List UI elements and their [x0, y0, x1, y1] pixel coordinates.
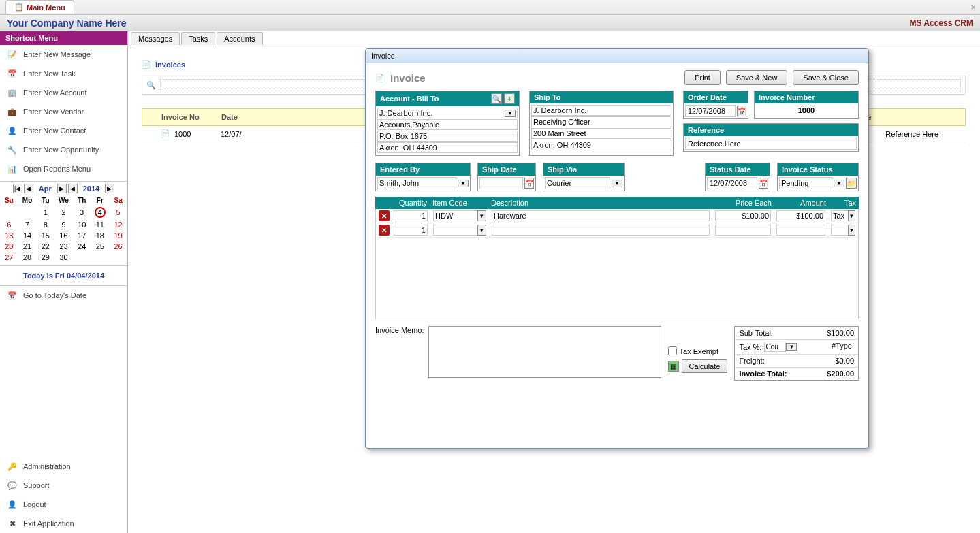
calendar-day[interactable]: 2 [54, 206, 73, 219]
ship-via-input[interactable] [545, 177, 610, 189]
calendar-day[interactable]: 5 [109, 206, 127, 219]
chevron-down-icon[interactable]: ▼ [612, 180, 622, 187]
calendar-picker-icon[interactable]: 📅 [524, 178, 534, 189]
chevron-down-icon[interactable]: ▼ [505, 110, 516, 117]
folder-icon[interactable]: 📁 [846, 178, 857, 189]
price-input[interactable] [715, 210, 771, 221]
go-today[interactable]: 📅 Go to Today's Date [0, 286, 127, 305]
calendar-day[interactable]: 12 [109, 219, 127, 230]
calendar-day[interactable]: 30 [54, 252, 73, 263]
chevron-down-icon[interactable]: ▼ [458, 180, 469, 187]
calendar-day[interactable]: 1 [36, 206, 54, 219]
calendar-day[interactable]: 23 [54, 241, 73, 252]
calendar-day[interactable] [0, 206, 18, 219]
sidebar-bottom-item[interactable]: 💬Support [0, 476, 127, 495]
calendar-day[interactable]: 24 [73, 241, 91, 252]
tax-pct-combo[interactable] [764, 342, 786, 352]
calendar-day[interactable]: 10 [73, 219, 91, 230]
sidebar-item[interactable]: 📝Enter New Message [0, 45, 127, 64]
print-button[interactable]: Print [684, 70, 721, 85]
ship-line2[interactable]: Receiving Officer [531, 116, 671, 127]
chevron-down-icon[interactable]: ▼ [786, 343, 797, 351]
main-menu-tab[interactable]: 📋 Main Menu [5, 0, 74, 14]
chevron-down-icon[interactable]: ▼ [848, 210, 855, 221]
calendar-day[interactable]: 22 [36, 241, 54, 252]
save-close-button[interactable]: Save & Close [793, 70, 859, 85]
calculator-icon[interactable]: ▦ [668, 361, 679, 372]
calendar-day[interactable]: 19 [109, 230, 127, 241]
modal-titlebar[interactable]: Invoice [366, 49, 868, 63]
qty-input[interactable] [394, 210, 428, 221]
tab[interactable]: Messages [131, 32, 180, 45]
save-new-button[interactable]: Save & New [726, 70, 788, 85]
calendar-day[interactable]: 20 [0, 241, 18, 252]
calendar-day[interactable]: 3 [73, 206, 91, 219]
sidebar-item[interactable]: 🔧Enter New Opportunity [0, 140, 127, 159]
calendar-day[interactable]: 15 [36, 230, 54, 241]
chevron-down-icon[interactable]: ▼ [848, 225, 855, 236]
calendar-picker-icon[interactable]: 📅 [759, 178, 768, 189]
calendar-day[interactable]: 13 [0, 230, 18, 241]
sidebar-bottom-item[interactable]: 👤Logout [0, 495, 127, 514]
calendar-day[interactable]: 7 [18, 219, 37, 230]
calendar-day[interactable] [73, 252, 91, 263]
calendar-day[interactable] [18, 206, 37, 219]
sidebar-item[interactable]: 📊Open Reports Menu [0, 159, 127, 178]
close-icon[interactable]: × [970, 2, 976, 12]
amount-input[interactable] [776, 225, 825, 236]
tax-exempt-checkbox[interactable] [668, 346, 677, 355]
bill-name-combo[interactable]: J. Dearborn Inc. ▼ [377, 108, 518, 118]
status-date-input[interactable] [707, 177, 757, 189]
lookup-icon[interactable]: 🔍 [491, 93, 502, 104]
chevron-down-icon[interactable]: ▼ [834, 180, 844, 187]
calendar-day[interactable] [109, 252, 127, 263]
sidebar-item[interactable]: 🏢Enter New Account [0, 83, 127, 102]
invoice-status-input[interactable] [779, 177, 832, 189]
delete-row-button[interactable]: ✕ [379, 210, 390, 221]
description-input[interactable] [492, 225, 710, 236]
calendar-day[interactable] [91, 252, 110, 263]
calendar-day[interactable]: 28 [18, 252, 37, 263]
price-input[interactable] [715, 225, 771, 236]
sidebar-item[interactable]: 📅Enter New Task [0, 64, 127, 83]
ship-date-input[interactable] [479, 177, 523, 189]
delete-row-button[interactable]: ✕ [379, 225, 390, 236]
cal-prev-month[interactable]: ◀ [24, 184, 33, 193]
tax-input[interactable] [831, 210, 848, 221]
chevron-down-icon[interactable]: ▼ [477, 225, 486, 236]
bill-line2[interactable]: Accounts Payable [377, 119, 518, 130]
calendar-day[interactable]: 11 [91, 219, 110, 230]
calendar-day[interactable]: 26 [109, 241, 127, 252]
entered-by-input[interactable] [377, 177, 456, 189]
chevron-down-icon[interactable]: ▼ [477, 210, 486, 221]
tab[interactable]: Tasks [181, 32, 215, 45]
memo-textarea[interactable] [428, 326, 661, 378]
add-icon[interactable]: + [504, 93, 515, 104]
reference-input[interactable] [685, 138, 857, 150]
bill-line4[interactable]: Akron, OH 44309 [377, 142, 518, 153]
sidebar-bottom-item[interactable]: 🔑Administration [0, 457, 127, 476]
calendar-day[interactable]: 21 [18, 241, 37, 252]
calendar-day[interactable]: 29 [36, 252, 54, 263]
cal-next-year[interactable]: ▶| [105, 184, 114, 193]
calendar-day[interactable]: 8 [36, 219, 54, 230]
calendar-day[interactable]: 14 [18, 230, 37, 241]
cal-next-month[interactable]: ▶ [57, 184, 67, 193]
search-icon[interactable]: 🔍 [146, 81, 156, 90]
sidebar-bottom-item[interactable]: ✖Exit Application [0, 514, 127, 533]
calendar-day[interactable]: 17 [73, 230, 91, 241]
item-code-input[interactable] [433, 225, 477, 236]
qty-input[interactable] [394, 225, 428, 236]
tax-input[interactable] [831, 225, 848, 236]
item-code-input[interactable] [433, 210, 477, 221]
tab[interactable]: Accounts [217, 32, 262, 45]
cal-prev-year[interactable]: |◀ [13, 184, 22, 193]
cal-prev-year2[interactable]: ◀ [68, 184, 78, 193]
calendar-day[interactable]: 6 [0, 219, 18, 230]
calendar-day[interactable]: 18 [91, 230, 110, 241]
calendar-day[interactable]: 9 [54, 219, 73, 230]
calendar-day[interactable]: 25 [91, 241, 110, 252]
description-input[interactable] [492, 210, 710, 221]
calculate-button[interactable]: Calculate [682, 359, 728, 373]
col-invoice-no[interactable]: Invoice No [142, 113, 217, 121]
